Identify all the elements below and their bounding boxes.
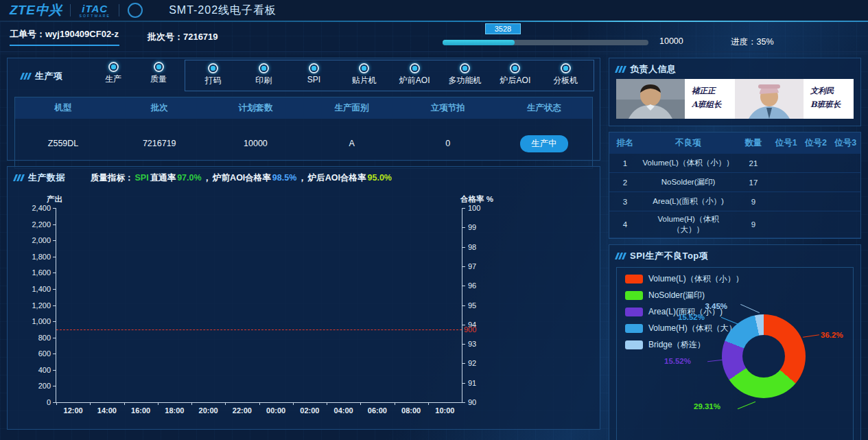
tick-mark xyxy=(327,402,327,405)
legend-swatch xyxy=(625,275,643,283)
donut-ring xyxy=(722,314,806,398)
column-header: 生产状态 xyxy=(496,97,592,119)
tick-mark xyxy=(191,402,192,405)
legend-swatch xyxy=(625,324,643,333)
table-cell: 9 xyxy=(736,195,771,209)
right-axis-tick-label: 97 xyxy=(468,262,476,270)
process-toggle-炉前AOI[interactable]: 炉前AOI xyxy=(397,63,432,86)
right-axis-tick-label: 95 xyxy=(468,301,476,310)
legend-label: Bridge（桥连） xyxy=(648,339,705,351)
table-cell xyxy=(831,199,860,205)
staff-role: B班班长 xyxy=(810,98,851,112)
tick-mark xyxy=(462,208,465,209)
staff-role: A班组长 xyxy=(692,98,732,112)
right-axis-tick-label: 93 xyxy=(468,340,476,348)
defects-table-panel: 排名不良项数量位号1位号2位号3 1Volume(L)（体积（小））212NoS… xyxy=(609,132,861,239)
production-table: 机型批次计划套数生产面别立项节拍生产状态 Z559DL721671910000A… xyxy=(14,97,593,169)
page-title: SMT-202线电子看板 xyxy=(169,3,277,18)
progress-total: 10000 xyxy=(659,36,683,46)
tick-mark xyxy=(462,383,465,384)
donut-slice-label: 36.2% xyxy=(821,331,843,339)
workorder-bar: 工单号：wyj190409CF02-z 批次号：7216719 3528 100… xyxy=(0,22,868,52)
legend-item: NoSolder(漏印) xyxy=(625,290,745,301)
process-toggle-炉后AOI[interactable]: 炉后AOI xyxy=(497,63,533,86)
staff-name: 文利民 xyxy=(810,84,851,98)
divider xyxy=(70,4,71,16)
table-row: 4Volume(H)（体积（大））9 xyxy=(609,211,860,238)
process-toggle-多功能机[interactable]: 多功能机 xyxy=(447,63,483,86)
quality-indicator-segment: SPI xyxy=(135,173,149,183)
quality-indicator-segment: 97.0% xyxy=(177,173,201,183)
table-cell xyxy=(771,180,801,185)
process-toggle-label: 多功能机 xyxy=(449,75,482,86)
tick-mark xyxy=(53,370,56,371)
tick-mark xyxy=(90,402,91,405)
process-toggle-SPI[interactable]: SPI xyxy=(296,63,331,86)
right-axis-tick-label: 100 xyxy=(468,204,480,212)
label-connector-line xyxy=(803,334,819,337)
production-station-toggles: 打码印刷SPI贴片机炉前AOI多功能机炉后AOI分板机 xyxy=(185,60,594,91)
process-toggle-label: 质量 xyxy=(150,73,167,85)
progress-fill xyxy=(443,40,515,45)
table-cell: 0 xyxy=(400,139,496,148)
defects-table-body: 1Volume(L)（体积（小））212NoSolder(漏印)173Area(… xyxy=(609,154,860,238)
process-toggle-印刷[interactable]: 印刷 xyxy=(246,63,281,86)
column-header: 批次 xyxy=(111,97,207,119)
quality-indicator-segment: 直通率 xyxy=(150,172,176,184)
column-header: 机型 xyxy=(15,97,111,119)
zte-logo: ZTE中兴 xyxy=(10,1,62,19)
status-badge[interactable]: 生产中 xyxy=(520,135,568,152)
donut-slice-label: 15.52% xyxy=(659,313,705,321)
tick-mark xyxy=(259,402,260,405)
process-toggle-label: 贴片机 xyxy=(352,75,377,86)
tick-mark xyxy=(462,363,465,364)
tick-mark xyxy=(53,257,56,257)
radio-icon xyxy=(460,63,470,73)
staff-photo xyxy=(735,79,804,119)
process-toggle-贴片机[interactable]: 贴片机 xyxy=(347,63,382,86)
tick-mark xyxy=(462,227,465,228)
staff-name: 禇正正 xyxy=(692,84,732,98)
itac-logo: iTAC SOFTWARE xyxy=(79,3,110,18)
process-toggle-label: 生产 xyxy=(105,73,121,85)
x-axis-tick-label: 02:00 xyxy=(300,406,319,415)
right-axis-title: 合格率 % xyxy=(460,194,493,205)
donut-slice-label: 3.45% xyxy=(682,302,727,310)
column-header: 位号1 xyxy=(771,132,801,154)
left-axis-tick-label: 1,400 xyxy=(14,285,51,293)
table-cell xyxy=(801,161,830,166)
process-toggle-分板机[interactable]: 分板机 xyxy=(548,63,583,86)
legend-label: Volume(L)（体积（小）） xyxy=(648,273,744,285)
process-toggle-label: 分板机 xyxy=(553,75,578,86)
target-reference-line: 900 xyxy=(56,329,462,330)
process-toggle-生产[interactable]: 生产 xyxy=(95,62,131,85)
left-axis-tick-label: 1,200 xyxy=(14,301,51,310)
x-axis-tick-label: 04:00 xyxy=(334,406,353,415)
left-axis-tick-label: 2,000 xyxy=(14,236,51,244)
process-toggle-质量[interactable]: 质量 xyxy=(141,62,176,85)
left-axis-tick-label: 600 xyxy=(14,349,51,358)
legend-item: Volume(H)（体积（大）） xyxy=(625,323,745,334)
table-cell: 2 xyxy=(609,176,641,189)
tick-mark xyxy=(53,386,56,386)
radio-icon xyxy=(561,63,571,73)
table-row: 3Area(L)(面积（小）)9 xyxy=(609,192,860,211)
quality-indicator-segment: ， xyxy=(298,172,307,184)
panel-title-icon xyxy=(14,174,23,181)
donut-slice-label: 15.52% xyxy=(646,357,691,365)
staff-name-caption: 禇正正A班组长 xyxy=(685,79,735,119)
tick-mark xyxy=(53,240,56,241)
quality-indicator-segment: 炉后AOI合格率 xyxy=(308,172,366,184)
table-cell: 10000 xyxy=(207,139,303,148)
tick-mark xyxy=(53,208,56,209)
progress-percent: 进度：35% xyxy=(731,36,774,48)
tick-mark xyxy=(53,338,56,338)
legend-label: NoSolder(漏印) xyxy=(648,290,705,301)
process-toggle-打码[interactable]: 打码 xyxy=(196,63,231,86)
x-axis-tick-label: 10:00 xyxy=(435,406,454,415)
x-axis-tick-label: 00:00 xyxy=(266,406,285,415)
left-axis-tick-label: 400 xyxy=(14,366,51,374)
production-items-panel: 生产项 生产质量 打码印刷SPI贴片机炉前AOI多功能机炉后AOI分板机 机型批… xyxy=(7,58,600,161)
right-axis-tick-label: 92 xyxy=(468,359,476,367)
x-axis-tick-label: 06:00 xyxy=(368,406,387,415)
